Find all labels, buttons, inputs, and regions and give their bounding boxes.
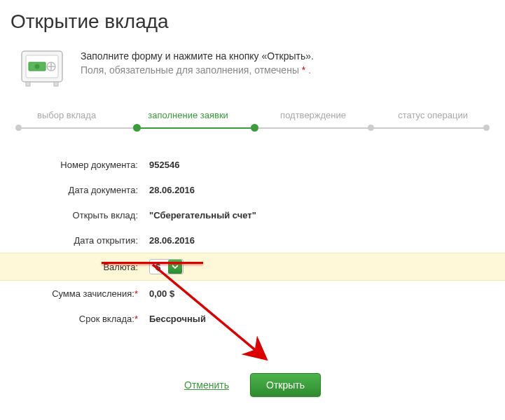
instruction-line2: Поля, обязательные для заполнения, отмеч… xyxy=(81,64,314,78)
label-term: Срок вклада:* xyxy=(11,314,144,324)
safe-icon xyxy=(18,47,67,89)
label-open-deposit: Открыть вклад: xyxy=(11,210,144,220)
step-4: статус операции xyxy=(398,110,468,126)
svg-point-3 xyxy=(35,64,40,69)
annotation-underline xyxy=(102,262,203,264)
label-amount: Сумма зачисления:* xyxy=(11,288,144,299)
row-doc-number: Номер документа: 952546 xyxy=(11,152,494,177)
row-open-date: Дата открытия: 28.06.2016 xyxy=(11,227,494,253)
instruction-line1: Заполните форму и нажмите на кнопку «Отк… xyxy=(81,50,314,64)
step-2: заполнение заявки xyxy=(148,110,228,126)
step-1: выбор вклада xyxy=(37,110,96,126)
cancel-link[interactable]: Отменить xyxy=(184,379,229,391)
value-doc-number: 952546 xyxy=(144,160,179,170)
value-open-deposit: "Сберегательный счет" xyxy=(144,210,256,220)
svg-rect-8 xyxy=(54,82,58,86)
row-amount: Сумма зачисления:* 0,00 $ xyxy=(11,281,494,306)
label-open-date: Дата открытия: xyxy=(11,235,144,246)
stepper: выбор вклада заполнение заявки подтвержд… xyxy=(18,110,487,131)
label-doc-number: Номер документа: xyxy=(11,160,144,170)
value-doc-date: 28.06.2016 xyxy=(144,185,195,195)
step-3: подтверждение xyxy=(280,110,346,126)
actions: Отменить Открыть xyxy=(0,373,505,397)
value-open-date: 28.06.2016 xyxy=(144,235,195,246)
row-term: Срок вклада:* Бессрочный xyxy=(11,306,494,331)
page-title: Открытие вклада xyxy=(0,0,505,40)
required-star: * xyxy=(134,288,138,299)
value-amount: 0,00 $ xyxy=(144,288,174,299)
open-button[interactable]: Открыть xyxy=(250,373,321,397)
row-currency: Валюта: $ xyxy=(0,253,505,281)
instructions: Заполните форму и нажмите на кнопку «Отк… xyxy=(81,47,314,77)
row-doc-date: Дата документа: 28.06.2016 xyxy=(11,177,494,202)
deposit-form: Номер документа: 952546 Дата документа: … xyxy=(0,152,505,331)
chevron-down-icon xyxy=(172,263,179,270)
value-term: Бессрочный xyxy=(144,314,206,324)
label-doc-date: Дата документа: xyxy=(11,185,144,195)
header-block: Заполните форму и нажмите на кнопку «Отк… xyxy=(0,40,505,103)
row-open-deposit: Открыть вклад: "Сберегательный счет" xyxy=(11,202,494,227)
svg-rect-7 xyxy=(26,82,30,86)
required-star: * xyxy=(134,314,138,324)
